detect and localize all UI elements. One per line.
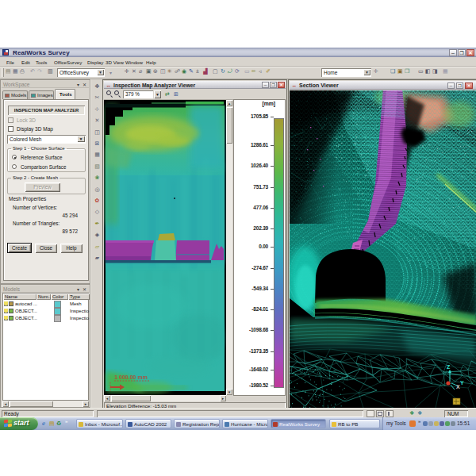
svg-text:Y: Y: [460, 380, 464, 386]
svg-text:Z: Z: [447, 364, 451, 370]
svg-text:1 000.00 mm: 1 000.00 mm: [114, 374, 148, 380]
